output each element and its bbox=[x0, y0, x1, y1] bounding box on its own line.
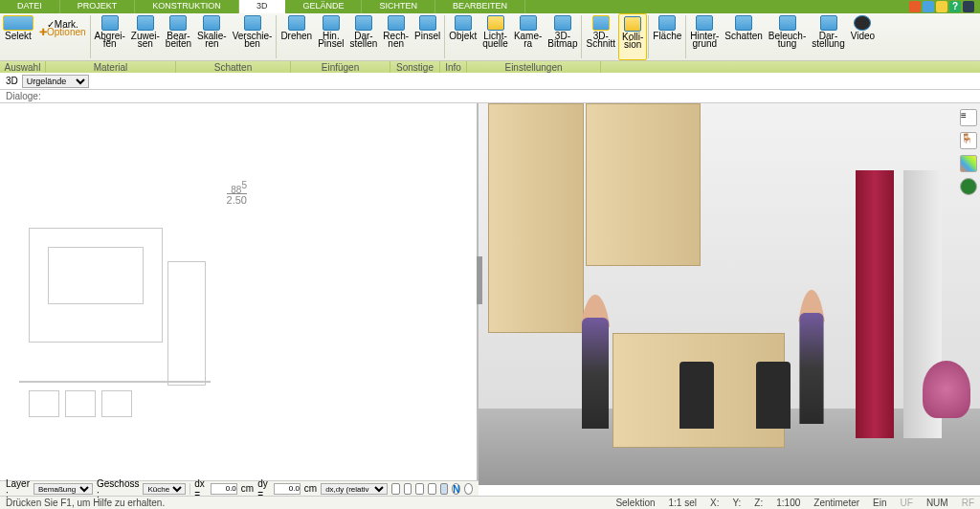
video-button[interactable]: Video bbox=[848, 13, 878, 60]
skalieren-button[interactable]: Skalie- ren bbox=[194, 13, 230, 60]
dx-label: dx = bbox=[194, 478, 207, 499]
beleuchtung-button[interactable]: Beleuch- tung bbox=[766, 13, 809, 60]
angle-icon[interactable] bbox=[428, 483, 436, 495]
bar-chair bbox=[679, 362, 714, 429]
darstellung-button[interactable]: Dar- stellung bbox=[809, 13, 847, 60]
status-bar: Drücken Sie F1, um Hilfe zu erhalten. Se… bbox=[0, 496, 980, 509]
tab-datei[interactable]: DATEI bbox=[0, 0, 60, 13]
selekt-button[interactable]: Selekt bbox=[0, 13, 36, 60]
curtain bbox=[856, 170, 894, 438]
person-figure bbox=[796, 290, 827, 424]
coord-mode-dropdown[interactable]: dx,dy (relativ ka bbox=[321, 483, 388, 495]
zuweisen-button[interactable]: Zuwei- sen bbox=[128, 13, 163, 60]
ribbon: Selekt ✓Mark.✚Optionen Abgrei- fen Zuwei… bbox=[0, 13, 980, 61]
kamera-button[interactable]: Kame- ra bbox=[511, 13, 545, 60]
darstellen-button[interactable]: Dar- stellen bbox=[346, 13, 380, 60]
materials-icon[interactable] bbox=[960, 155, 977, 172]
view-subbar: 3D Urgelände bbox=[0, 73, 980, 90]
north-icon[interactable]: N bbox=[452, 483, 460, 495]
bearbeiten-button[interactable]: Bear- beiten bbox=[163, 13, 194, 60]
mark-button[interactable]: ✓Mark.✚Optionen bbox=[36, 13, 89, 60]
hintergrund-button[interactable]: Hinter- grund bbox=[687, 13, 722, 60]
objekt-button[interactable]: Objekt bbox=[446, 13, 479, 60]
layer-bar: Layer : Bemaßung Geschoss : Küche dx = c… bbox=[0, 480, 479, 496]
pane-splitter[interactable] bbox=[477, 256, 482, 304]
dy-label: dy = bbox=[257, 478, 270, 499]
kollision-button[interactable]: Kolli- sion bbox=[618, 13, 647, 60]
status-uf: UF bbox=[901, 498, 913, 508]
layer-label: Layer : bbox=[6, 478, 30, 499]
flaeche-button[interactable]: Fläche bbox=[650, 13, 684, 60]
rechnen-button[interactable]: Rech- nen bbox=[380, 13, 412, 60]
ribbon-group-labels: Auswahl Material Schatten Einfügen Sonst… bbox=[0, 61, 980, 73]
grid-icon[interactable] bbox=[404, 483, 412, 495]
tab-projekt[interactable]: PROJEKT bbox=[60, 0, 136, 13]
status-y: Y: bbox=[732, 498, 741, 508]
status-z: Z: bbox=[754, 498, 763, 508]
drehen-button[interactable]: Drehen bbox=[278, 13, 315, 60]
status-sel: 1:1 sel bbox=[669, 498, 697, 508]
layers-icon[interactable]: ≡ bbox=[960, 109, 977, 126]
folder-icon[interactable] bbox=[936, 1, 947, 12]
tab-gelaende[interactable]: GELÄNDE bbox=[285, 0, 362, 13]
tab-konstruktion[interactable]: KONSTRUKTION bbox=[135, 0, 239, 13]
abgreifen-button[interactable]: Abgrei- fen bbox=[92, 13, 128, 60]
pinsel-button[interactable]: Pinsel bbox=[412, 13, 443, 60]
main-tabs: DATEI PROJEKT KONSTRUKTION 3D GELÄNDE SI… bbox=[0, 0, 980, 13]
bar-chair bbox=[756, 362, 791, 429]
bitmap-button[interactable]: 3D- Bitmap bbox=[545, 13, 580, 60]
plan-view-2d[interactable]: 885 2.50 bbox=[0, 103, 479, 485]
dx-input[interactable] bbox=[211, 483, 237, 495]
pencil-icon[interactable] bbox=[909, 1, 921, 12]
hinpinsel-button[interactable]: Hin. Pinsel bbox=[315, 13, 346, 60]
schnitt-button[interactable]: 3D- Schnitt bbox=[583, 13, 618, 60]
measure-icon[interactable] bbox=[440, 483, 449, 495]
dialogs-bar: Dialoge: bbox=[0, 90, 980, 103]
plant bbox=[923, 361, 970, 418]
dy-input[interactable] bbox=[274, 483, 301, 495]
status-selektion: Selektion bbox=[615, 498, 655, 508]
cabinet-upper bbox=[586, 103, 701, 266]
geschoss-label: Geschoss : bbox=[97, 478, 139, 499]
render-view-3d[interactable]: ≡ 🪑 bbox=[479, 103, 980, 485]
status-num: NUM bbox=[926, 498, 948, 508]
status-x: X: bbox=[710, 498, 719, 508]
geschoss-dropdown[interactable]: Küche bbox=[143, 483, 186, 495]
status-ein: Ein bbox=[873, 498, 886, 508]
quick-access-toolbar: ? bbox=[909, 0, 980, 13]
side-tool-panel: ≡ 🪑 bbox=[957, 109, 980, 195]
status-rf: RF bbox=[962, 498, 974, 508]
cabinet-tall bbox=[488, 103, 584, 333]
workspace: 885 2.50 ≡ 🪑 bbox=[0, 103, 980, 485]
status-scale: 1:100 bbox=[776, 498, 800, 508]
cube-icon[interactable] bbox=[923, 1, 934, 12]
tab-sichten[interactable]: SICHTEN bbox=[362, 0, 435, 13]
status-unit: Zentimeter bbox=[813, 498, 859, 508]
minimize-icon[interactable] bbox=[963, 1, 974, 12]
snap-icon[interactable] bbox=[391, 483, 400, 495]
layer-dropdown[interactable]: Bemaßung bbox=[33, 483, 93, 495]
person-figure bbox=[578, 295, 612, 429]
mode-label: 3D bbox=[6, 76, 18, 86]
verschieben-button[interactable]: Verschie- ben bbox=[230, 13, 276, 60]
terrain-dropdown[interactable]: Urgelände bbox=[22, 75, 89, 88]
tree-icon[interactable] bbox=[960, 178, 977, 195]
status-hint: Drücken Sie F1, um Hilfe zu erhalten. bbox=[6, 498, 165, 508]
compass-icon[interactable] bbox=[464, 483, 473, 495]
tab-bearbeiten[interactable]: BEARBEITEN bbox=[435, 0, 525, 13]
tab-3d[interactable]: 3D bbox=[239, 0, 286, 13]
lichtquelle-button[interactable]: Licht- quelle bbox=[479, 13, 511, 60]
schatten2-button[interactable]: Schatten bbox=[722, 13, 765, 60]
ortho-icon[interactable] bbox=[415, 483, 424, 495]
furniture-icon[interactable]: 🪑 bbox=[960, 132, 977, 149]
